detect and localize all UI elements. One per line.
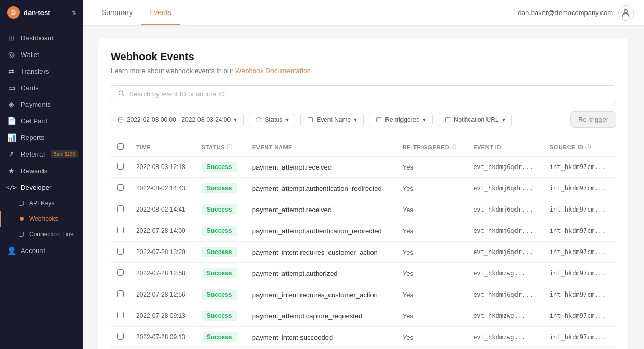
cell-event-id-7: evt_hkdmzwg... [467, 305, 543, 327]
org-name: dan-test [24, 9, 50, 17]
connection-link-icon [19, 232, 24, 237]
re-triggered-filter[interactable]: Re-triggered ▾ [369, 113, 433, 127]
sidebar-item-get-paid[interactable]: 📄 Get Paid [0, 113, 83, 129]
sidebar-logo[interactable]: D dan-test ⇅ [0, 0, 83, 25]
calendar-icon [118, 117, 124, 123]
cell-event-name-6: payment_intent.requires_customer_action [246, 284, 396, 305]
row-checkbox-2[interactable] [117, 205, 124, 212]
cell-re-triggered-1: Yes [396, 178, 467, 199]
date-range-filter[interactable]: 2022-02-03 00:00 - 2022-08-03 24:00 ▾ [111, 113, 244, 127]
tab-summary[interactable]: Summary [93, 1, 141, 25]
chevron-down-icon: ▾ [285, 116, 289, 123]
table-row: 2022-07-28 12:56 Success payment_intent.… [111, 284, 616, 305]
row-checkbox-0[interactable] [117, 163, 124, 170]
sidebar-item-referral[interactable]: ↗ Referral Earn $200 [0, 146, 83, 162]
cell-event-name-8: payment_intent.succeeded [246, 327, 396, 348]
re-triggered-filter-label: Re-triggered [385, 116, 420, 123]
sidebar-item-connection-link[interactable]: Connection Link [0, 227, 83, 242]
col-header-re-triggered: RE-TRIGGERED [403, 144, 449, 150]
sidebar-item-rewards[interactable]: ★ Rewards [0, 162, 83, 179]
sidebar-item-wallet[interactable]: ◎ Wallet [0, 46, 83, 63]
sidebar-item-api-keys[interactable]: API Keys [0, 196, 83, 211]
cell-re-triggered-0: Yes [396, 157, 467, 178]
cell-event-id-3: evt_hkdmj6qdr... [467, 220, 543, 242]
notification-url-filter[interactable]: Notification URL ▾ [438, 113, 512, 127]
cell-status-7: Success [195, 305, 246, 327]
svg-point-0 [624, 9, 628, 13]
row-checkbox-5[interactable] [117, 269, 124, 276]
search-input[interactable] [129, 90, 609, 98]
row-checkbox-7[interactable] [117, 312, 124, 318]
sidebar-item-payments[interactable]: ◈ Payments [0, 96, 83, 113]
transfers-icon: ⇄ [7, 67, 16, 75]
cell-event-id-0: evt_hkdmj6qdr... [467, 157, 543, 178]
event-name-filter-label: Event Name [317, 116, 351, 123]
sidebar-item-cards[interactable]: ▭ Cards [0, 79, 83, 96]
row-checkbox-4[interactable] [117, 248, 124, 255]
cell-event-id-4: evt_hkdmj6qdr... [467, 242, 543, 263]
notification-url-icon [445, 117, 451, 123]
webhook-events-card: Webhook Events Learn more about webhook … [98, 38, 628, 349]
cell-time-0: 2022-08-03 12:18 [130, 157, 195, 178]
select-all-checkbox[interactable] [117, 143, 124, 150]
tab-events[interactable]: Events [141, 1, 180, 25]
doc-link[interactable]: Webhook Documentation [235, 67, 311, 75]
sidebar-item-label: Wallet [21, 51, 39, 59]
reports-icon: 📊 [7, 133, 16, 142]
referral-icon: ↗ [7, 150, 16, 158]
cell-source-id-3: int_hkdm97cm... [543, 220, 616, 242]
row-checkbox-1[interactable] [117, 184, 124, 191]
sidebar: D dan-test ⇅ ⊞ Dashboard ◎ Wallet ⇄ Tran… [0, 0, 83, 349]
cell-re-triggered-6: Yes [396, 284, 467, 305]
status-filter[interactable]: Status ▾ [249, 113, 295, 127]
row-checkbox-3[interactable] [117, 227, 124, 233]
cell-source-id-7: int_hkdm97cm... [543, 305, 616, 327]
svg-rect-3 [119, 118, 123, 122]
sidebar-item-account[interactable]: 👤 Account [0, 242, 83, 259]
cell-time-1: 2022-08-02 14:43 [130, 178, 195, 199]
cell-time-7: 2022-07-28 09:13 [130, 305, 195, 327]
sidebar-item-webhooks[interactable]: Webhooks [0, 211, 83, 227]
sidebar-item-reports[interactable]: 📊 Reports [0, 129, 83, 146]
svg-point-7 [256, 117, 261, 122]
cell-time-3: 2022-07-28 14:00 [130, 220, 195, 242]
sidebar-item-label: Webhooks [29, 215, 58, 222]
table-row: 2022-07-28 09:13 Success payment_attempt… [111, 305, 616, 327]
filters-bar: 2022-02-03 00:00 - 2022-08-03 24:00 ▾ St… [111, 111, 616, 128]
search-bar [111, 85, 616, 103]
user-avatar[interactable] [618, 5, 634, 21]
cell-event-id-5: evt_hkdmzwg... [467, 263, 543, 284]
svg-rect-10 [445, 117, 450, 122]
sidebar-nav: ⊞ Dashboard ◎ Wallet ⇄ Transfers ▭ Cards… [0, 25, 83, 349]
sidebar-item-label: Developer [21, 184, 51, 191]
main-panel: Summary Events dan.baker@democompany.com… [83, 0, 644, 349]
cell-status-4: Success [195, 242, 246, 263]
top-nav: Summary Events dan.baker@democompany.com [83, 0, 644, 26]
cell-status-8: Success [195, 327, 246, 348]
sidebar-item-label: Connection Link [29, 231, 74, 238]
row-checkbox-6[interactable] [117, 290, 124, 297]
status-info-icon: ⓘ [227, 144, 233, 151]
cell-status-1: Success [195, 178, 246, 199]
event-name-filter[interactable]: Event Name ▾ [300, 113, 364, 127]
col-header-event-id: EVENT ID [473, 144, 502, 150]
payments-icon: ◈ [7, 100, 16, 108]
sidebar-item-dashboard[interactable]: ⊞ Dashboard [0, 30, 83, 46]
developer-icon: </> [7, 183, 16, 191]
sidebar-item-transfers[interactable]: ⇄ Transfers [0, 63, 83, 79]
notification-url-label: Notification URL [454, 116, 499, 123]
cell-source-id-4: int_hkdm97cm... [543, 242, 616, 263]
cell-source-id-2: int_hkdm97cm... [543, 199, 616, 220]
cards-icon: ▭ [7, 83, 16, 92]
cell-source-id-5: int_hkdm97cm... [543, 263, 616, 284]
table-row: 2022-07-28 12:58 Success payment_attempt… [111, 263, 616, 284]
cell-source-id-0: int_hkdm97cm... [543, 157, 616, 178]
col-header-event-name: EVENT NAME [252, 144, 292, 150]
sidebar-item-developer[interactable]: </> Developer [0, 179, 83, 196]
user-email: dan.baker@democompany.com [518, 9, 613, 17]
sidebar-item-label: Payments [21, 101, 51, 108]
retrigger-button[interactable]: Re-trigger [570, 111, 616, 128]
chevron-down-icon: ▾ [502, 116, 505, 123]
sidebar-item-label: Account [21, 247, 45, 255]
row-checkbox-8[interactable] [117, 333, 124, 340]
